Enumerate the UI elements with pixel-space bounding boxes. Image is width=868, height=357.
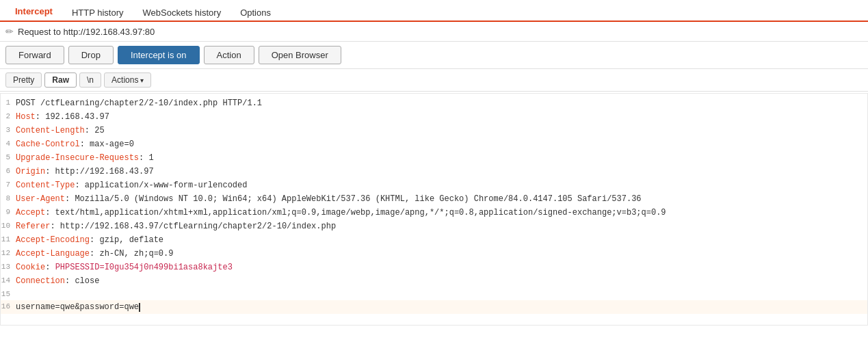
tab-options[interactable]: Options [231, 3, 280, 22]
table-row: 7 Content-Type: application/x-www-form-u… [1, 178, 867, 192]
table-row: 6 Origin: http://192.168.43.97 [1, 165, 867, 178]
table-row: 13 Cookie: PHPSESSID=I0gu354j0n499bi1asa… [1, 261, 867, 274]
newline-button[interactable]: \n [79, 72, 101, 88]
table-row: 15 [1, 288, 867, 300]
tab-websockets-history[interactable]: WebSockets history [133, 3, 231, 22]
table-row: 16 username=qwe&password=qwe [1, 300, 867, 314]
tab-intercept[interactable]: Intercept [5, 2, 62, 22]
toolbar: Forward Drop Intercept is on Action Open… [0, 42, 868, 69]
table-row: 14 Connection: close [1, 274, 867, 288]
table-row: 5 Upgrade-Insecure-Requests: 1 [1, 151, 867, 165]
chevron-down-icon: ▾ [140, 77, 144, 84]
raw-view-button[interactable]: Raw [44, 72, 77, 88]
drop-button[interactable]: Drop [68, 46, 114, 64]
pretty-view-button[interactable]: Pretty [5, 72, 42, 88]
open-browser-button[interactable]: Open Browser [259, 46, 341, 64]
table-row: 3 Content-Length: 25 [1, 124, 867, 137]
table-row: 1 POST /ctfLearning/chapter2/2-10/index.… [1, 96, 867, 110]
tab-http-history[interactable]: HTTP history [62, 3, 133, 22]
action-button[interactable]: Action [204, 46, 254, 64]
pencil-icon: ✏ [5, 26, 14, 37]
table-row: 2 Host: 192.168.43.97 [1, 110, 867, 124]
forward-button[interactable]: Forward [5, 46, 64, 64]
table-row: 12 Accept-Language: zh-CN, zh;q=0.9 [1, 247, 867, 261]
request-content[interactable]: 1 POST /ctfLearning/chapter2/2-10/index.… [0, 93, 868, 326]
view-bar: Pretty Raw \n Actions ▾ [0, 69, 868, 92]
intercept-toggle-button[interactable]: Intercept is on [118, 46, 200, 64]
table-row: 8 User-Agent: Mozilla/5.0 (Windows NT 10… [1, 192, 867, 206]
table-row: 11 Accept-Encoding: gzip, deflate [1, 233, 867, 247]
tab-bar: Intercept HTTP history WebSockets histor… [0, 0, 868, 22]
request-url: Request to http://192.168.43.97:80 [18, 27, 155, 37]
text-cursor [139, 303, 140, 312]
url-bar: ✏ Request to http://192.168.43.97:80 [0, 22, 868, 42]
actions-label: Actions [111, 75, 138, 85]
table-row: 9 Accept: text/html,application/xhtml+xm… [1, 206, 867, 220]
actions-dropdown[interactable]: Actions ▾ [104, 72, 151, 88]
table-row: 10 Referer: http://192.168.43.97/ctfLear… [1, 220, 867, 233]
table-row: 4 Cache-Control: max-age=0 [1, 137, 867, 151]
